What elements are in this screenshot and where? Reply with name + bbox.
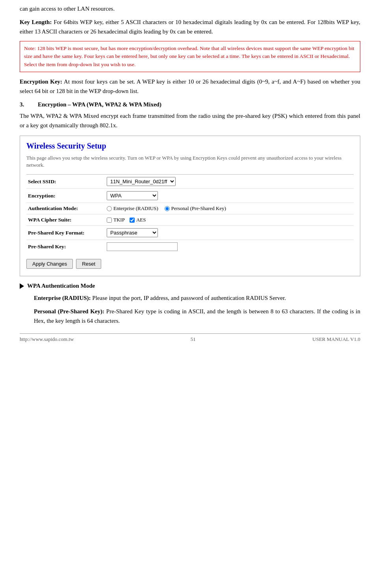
enterprise-label: Enterprise (RADIUS): [34, 295, 91, 301]
personal-radio-label[interactable]: Personal (Pre-Shared Key) [165, 205, 226, 212]
tkip-checkbox[interactable] [107, 218, 112, 223]
cipher-suite-label: WPA Cipher Suite: [26, 214, 105, 226]
personal-label: Personal (Pre-Shared Key): [34, 308, 104, 314]
tkip-text: TKIP [113, 217, 125, 223]
note-text: 128 bits WEP is most secure, but has mor… [24, 45, 354, 67]
aes-text: AES [136, 217, 146, 223]
psk-label: Pre-Shared Key: [26, 240, 105, 254]
wireless-security-box: Wireless Security Setup This page allows… [20, 136, 360, 276]
key-length-paragraph: Key Length: For 64bits WEP key, either 5… [20, 17, 360, 36]
enterprise-radio-text: Enterprise (RADIUS) [113, 205, 158, 212]
personal-radio-text: Personal (Pre-Shared Key) [171, 205, 226, 212]
wpa-auth-section: WPA Authentication Mode Enterprise (RADI… [20, 283, 360, 326]
wireless-security-title: Wireless Security Setup [26, 141, 354, 151]
psk-format-select[interactable]: Passphrase [107, 228, 158, 237]
wpa-auth-heading-text: WPA Authentication Mode [27, 283, 95, 289]
psk-value-cell[interactable] [105, 240, 354, 254]
reset-button[interactable]: Reset [76, 259, 101, 269]
section3-num: 3. [20, 101, 32, 108]
enterprise-paragraph: Enterprise (RADIUS): Please input the po… [34, 293, 360, 303]
tkip-label[interactable]: TKIP [107, 217, 125, 223]
button-row: Apply Changes Reset [26, 259, 354, 269]
aes-label[interactable]: AES [130, 217, 146, 223]
apply-changes-button[interactable]: Apply Changes [26, 259, 73, 269]
ssid-label: Select SSID: [26, 175, 105, 189]
footer-url: http://www.sapido.com.tw [20, 336, 74, 342]
encryption-select[interactable]: WPA [107, 191, 158, 200]
note-label: Note: [24, 45, 36, 51]
ssid-row: Select SSID: 11N_Mini_Router_0d21ff [26, 175, 354, 189]
psk-input[interactable] [107, 242, 178, 251]
section3-paragraph: The WPA, WPA2 & WPA Mixed encrypt each f… [20, 111, 360, 130]
cipher-suite-row: WPA Cipher Suite: TKIP AES [26, 214, 354, 226]
wpa-auth-content: Enterprise (RADIUS): Please input the po… [20, 293, 360, 326]
aes-checkbox[interactable] [130, 218, 135, 223]
footer-page-num: 51 [74, 336, 312, 342]
cipher-suite-value-cell: TKIP AES [105, 214, 354, 226]
psk-format-row: Pre-Shared Key Format: Passphrase [26, 226, 354, 240]
encryption-key-paragraph: Encryption Key: At most four keys can be… [20, 77, 360, 96]
note-box: Note: 128 bits WEP is most secure, but h… [20, 41, 360, 72]
wireless-security-desc: This page allows you setup the wireless … [26, 154, 354, 169]
psk-format-value-cell[interactable]: Passphrase [105, 226, 354, 240]
personal-radio[interactable] [165, 206, 170, 211]
encryption-key-label: Encryption Key: [20, 78, 62, 85]
auth-mode-value-cell: Enterprise (RADIUS) Personal (Pre-Shared… [105, 203, 354, 214]
enterprise-text: Please input the port, IP address, and p… [91, 295, 286, 301]
encryption-key-text: At most four keys can be set. A WEP key … [20, 78, 360, 94]
ssid-value-cell[interactable]: 11N_Mini_Router_0d21ff [105, 175, 354, 189]
psk-row: Pre-Shared Key: [26, 240, 354, 254]
footer-manual: USER MANUAL V1.0 [312, 336, 360, 342]
psk-format-label: Pre-Shared Key Format: [26, 226, 105, 240]
encryption-label: Encryption: [26, 189, 105, 203]
intro-paragraph: can gain access to other LAN resources. [20, 4, 360, 13]
enterprise-radio[interactable] [107, 206, 112, 211]
key-length-label: Key Length: [20, 19, 52, 25]
cipher-checkbox-group: TKIP AES [107, 217, 352, 223]
encryption-row: Encryption: WPA [26, 189, 354, 203]
wpa-auth-heading: WPA Authentication Mode [20, 283, 360, 289]
wireless-security-table: Select SSID: 11N_Mini_Router_0d21ff Encr… [26, 174, 354, 253]
triangle-icon [20, 283, 24, 289]
section3-heading: 3. Encryption – WPA (WPA, WPA2 & WPA Mix… [20, 101, 360, 108]
section3-title: Encryption – WPA (WPA, WPA2 & WPA Mixed) [38, 101, 161, 108]
enterprise-radio-label[interactable]: Enterprise (RADIUS) [107, 205, 158, 212]
auth-mode-row: Authentication Mode: Enterprise (RADIUS)… [26, 203, 354, 214]
key-length-text: For 64bits WEP key, either 5 ASCII chara… [20, 19, 360, 35]
page-footer: http://www.sapido.com.tw 51 USER MANUAL … [20, 333, 360, 342]
auth-mode-label: Authentication Mode: [26, 203, 105, 214]
ssid-select[interactable]: 11N_Mini_Router_0d21ff [107, 177, 176, 186]
auth-radio-group: Enterprise (RADIUS) Personal (Pre-Shared… [107, 205, 352, 212]
personal-paragraph: Personal (Pre-Shared Key): Pre-Shared Ke… [34, 307, 360, 326]
encryption-value-cell[interactable]: WPA [105, 189, 354, 203]
